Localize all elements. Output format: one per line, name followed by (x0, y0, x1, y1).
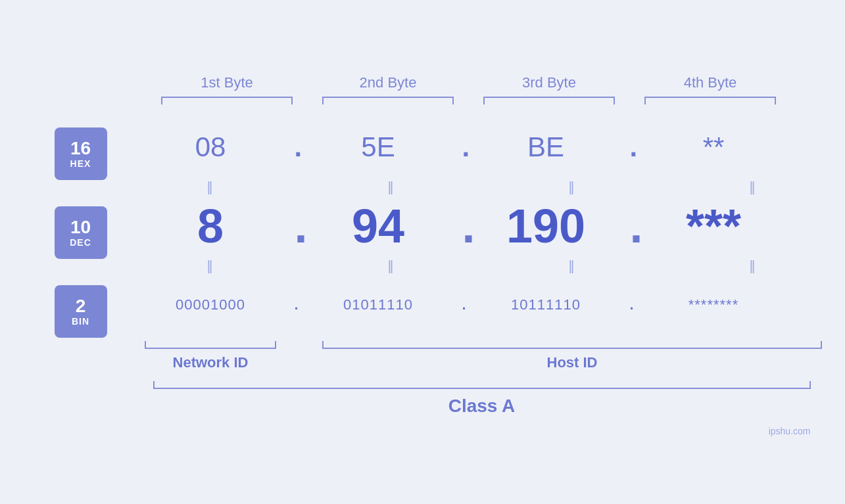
byte-header-1: 1st Byte (147, 74, 308, 91)
dec-val-3: 190 (506, 199, 585, 253)
full-bracket-line (153, 381, 811, 389)
bin-val-3: 10111110 (511, 296, 581, 313)
byte-header-3: 3rd Byte (469, 74, 630, 91)
hex-row: 08 . 5E . BE . ** (120, 118, 844, 177)
equals-row-2: ‖ ‖ ‖ ‖ (120, 256, 844, 275)
data-rows: 08 . 5E . BE . ** ‖ ‖ ‖ ‖ 8 . 94 . 1 (120, 118, 844, 417)
main-grid: 16 HEX 10 DEC 2 BIN (55, 118, 791, 417)
bottom-brackets: Network ID Host ID (120, 341, 844, 371)
bin-row: 00001000 . 01011110 . 10111110 . *******… (120, 275, 844, 334)
class-label: Class A (448, 396, 516, 417)
host-bracket: Host ID (301, 341, 844, 371)
equals-row-1: ‖ ‖ ‖ ‖ (120, 177, 844, 196)
top-brackets (147, 97, 791, 104)
hex-val-4: ** (703, 131, 725, 163)
class-bracket-row: Class A (120, 381, 844, 417)
host-bracket-line (322, 341, 822, 349)
hex-val-1: 08 (195, 131, 226, 163)
bin-val-4: ******** (688, 296, 739, 313)
hex-badge: 16 HEX (55, 127, 107, 180)
network-id-label: Network ID (173, 354, 249, 371)
bin-val-1: 00001000 (176, 296, 245, 313)
hex-val-3: BE (527, 131, 564, 163)
byte-header-2: 2nd Byte (308, 74, 469, 91)
watermark: ipshu.com (769, 426, 811, 436)
byte-header-4: 4th Byte (630, 74, 791, 91)
hex-val-2: 5E (361, 131, 395, 163)
byte-headers-row: 1st Byte 2nd Byte 3rd Byte 4th Byte (147, 74, 791, 91)
base-labels: 16 HEX 10 DEC 2 BIN (55, 118, 107, 417)
dec-row: 8 . 94 . 190 . *** (120, 196, 844, 256)
dec-badge: 10 DEC (55, 206, 107, 259)
network-bracket: Network ID (120, 341, 301, 371)
dec-val-4: *** (686, 199, 741, 253)
bin-val-2: 01011110 (343, 296, 413, 313)
bracket-labels-row: Network ID Host ID (120, 341, 844, 371)
bin-badge: 2 BIN (55, 285, 107, 338)
network-bracket-line (145, 341, 276, 349)
dec-val-1: 8 (197, 199, 224, 253)
dec-val-2: 94 (352, 199, 404, 253)
host-id-label: Host ID (547, 354, 598, 371)
